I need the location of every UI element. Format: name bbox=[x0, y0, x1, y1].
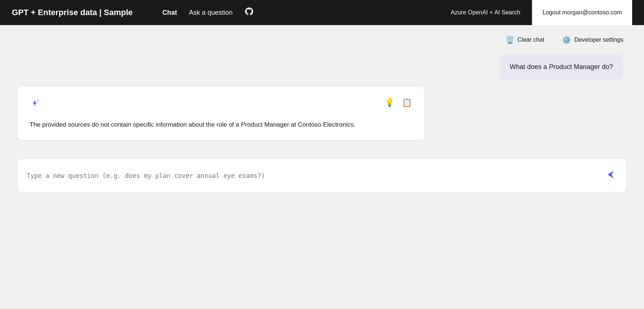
user-message-text: What does a Product Manager do? bbox=[510, 63, 613, 71]
developer-settings-button[interactable]: ⚙️ Developer settings bbox=[559, 34, 626, 46]
github-icon[interactable] bbox=[244, 7, 254, 18]
copy-button[interactable]: 📋 bbox=[401, 97, 413, 108]
user-message-row: What does a Product Manager do? bbox=[18, 55, 626, 79]
service-label: Azure OpenAI + AI Search bbox=[451, 9, 520, 16]
ai-response-card: 💡 📋 The provided sources do not contain … bbox=[18, 87, 424, 140]
chat-input-area bbox=[18, 159, 626, 192]
ai-card-header: 💡 📋 bbox=[30, 97, 413, 111]
user-bubble: What does a Product Manager do? bbox=[499, 55, 623, 79]
chat-area: What does a Product Manager do? 💡 📋 bbox=[18, 55, 626, 300]
gear-icon: ⚙️ bbox=[562, 35, 571, 44]
logout-button[interactable]: Logout morgan@contoso.com bbox=[532, 0, 632, 25]
chat-toolbar: 🗑️ Clear chat ⚙️ Developer settings bbox=[18, 34, 626, 46]
send-button[interactable] bbox=[604, 168, 617, 184]
main-content: 🗑️ Clear chat ⚙️ Developer settings What… bbox=[0, 25, 644, 309]
main-nav: Chat Ask a question bbox=[162, 7, 254, 18]
clear-chat-label: Clear chat bbox=[518, 37, 545, 43]
nav-chat[interactable]: Chat bbox=[162, 9, 177, 17]
lightbulb-icon: 💡 bbox=[384, 98, 394, 107]
trash-icon: 🗑️ bbox=[505, 35, 515, 44]
lightbulb-button[interactable]: 💡 bbox=[384, 97, 395, 108]
app-title: GPT + Enterprise data | Sample bbox=[12, 8, 133, 17]
ai-card-actions: 💡 📋 bbox=[384, 97, 413, 108]
sparkle-icon bbox=[30, 97, 41, 111]
nav-ask-question[interactable]: Ask a question bbox=[189, 9, 233, 17]
developer-settings-label: Developer settings bbox=[574, 37, 623, 43]
send-icon bbox=[606, 171, 616, 182]
chat-input[interactable] bbox=[27, 172, 598, 179]
app-header: GPT + Enterprise data | Sample Chat Ask … bbox=[0, 0, 644, 25]
clipboard-icon: 📋 bbox=[402, 98, 412, 107]
clear-chat-button[interactable]: 🗑️ Clear chat bbox=[502, 34, 548, 46]
ai-response-text: The provided sources do not contain spec… bbox=[30, 120, 413, 130]
